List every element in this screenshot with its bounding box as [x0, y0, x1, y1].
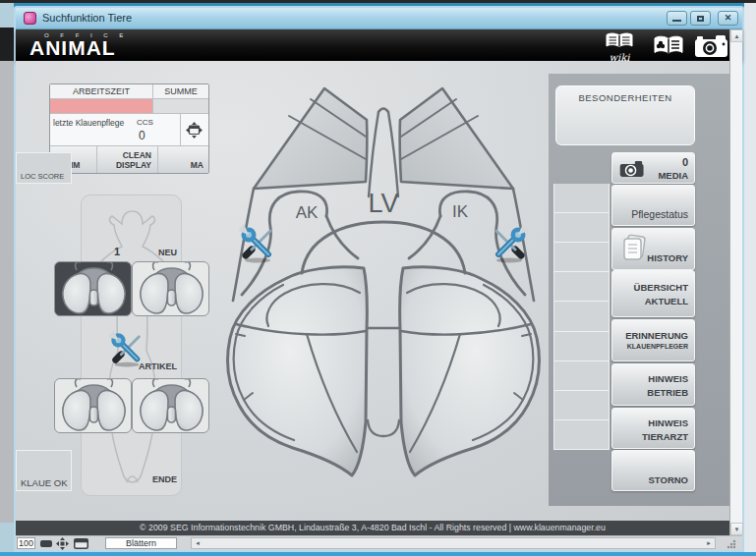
loc-score-cell[interactable]: LOC SCORE [16, 152, 72, 184]
copyright-bar: © 2009 SEG Informationstechnik GMBH, Lin… [16, 521, 729, 535]
score-cell[interactable] [553, 272, 610, 302]
hoof-pair-icon [133, 379, 209, 433]
score-cell[interactable] [553, 243, 610, 272]
animal-number: 1 [114, 246, 120, 257]
window-title: Suchfunktion Tiere [42, 12, 132, 24]
summe-value-bar [153, 99, 208, 114]
artikel-label[interactable]: ARTIKEL [118, 361, 177, 371]
letzte-klauenpflege-label: letzte Klauenpflege [53, 118, 124, 128]
maximize-icon [697, 16, 704, 22]
app-window: Suchfunktion Tiere ✕ O F F I C E ANIMAL … [14, 6, 744, 552]
scroll-down-icon[interactable]: ▼ [730, 523, 743, 535]
score-cell[interactable] [553, 302, 610, 331]
hinweis-betrieb-button[interactable]: HINWEIS BETRIEB [611, 363, 695, 406]
score-cell[interactable] [553, 332, 610, 361]
clean-display-button[interactable]: CLEANDISPLAY [97, 146, 158, 173]
erinnerung-klauenpfleger-button[interactable]: ERINNERUNG KLAUENPFLEGER [611, 319, 695, 361]
uebersicht-aktuell-button[interactable]: ÜBERSICHT AKTUELL [611, 270, 695, 317]
logo-animal-text: ANIMAL [29, 38, 128, 57]
app-header: O F F I C E ANIMAL wiki [16, 29, 742, 61]
background-window-body-edge [0, 61, 14, 523]
ende-label[interactable]: ENDE [138, 474, 177, 484]
worktime-panel: ARBEITSZEIT SUMME letzte Klauenpflege CC… [49, 83, 209, 174]
close-button[interactable]: ✕ [718, 11, 738, 26]
hoof-zone-diagram[interactable]: AK LV IK [224, 81, 549, 503]
content-area: ARBEITSZEIT SUMME letzte Klauenpflege CC… [16, 61, 729, 521]
klaue-ok-button[interactable]: KLAUE OK [16, 450, 72, 491]
media-button[interactable]: 0 MEDIA [611, 152, 695, 184]
scroll-up-icon[interactable]: ▲ [730, 29, 743, 42]
camera-icon [694, 34, 729, 58]
score-cell[interactable] [553, 361, 610, 391]
score-cell[interactable] [553, 420, 610, 450]
scroll-left-icon[interactable]: ◂ [192, 538, 204, 548]
camera-icon [619, 160, 645, 178]
mode-selector[interactable]: Blättern [105, 537, 177, 549]
hoof-button-rear-left[interactable] [54, 378, 132, 433]
hoof-button-front-right[interactable] [132, 261, 209, 316]
hoof-pair-icon [55, 379, 132, 433]
copyright-text: © 2009 SEG Informationstechnik GMBH, Lin… [140, 523, 606, 532]
storno-button[interactable]: STORNO [611, 450, 695, 491]
horizontal-scrollbar[interactable]: ◂ ▸ [191, 537, 716, 549]
hoof-button-front-selected[interactable] [54, 261, 132, 316]
background-window-header-edge [0, 28, 14, 61]
klauenpflege-cell: letzte Klauenpflege CCS 0 [50, 114, 181, 146]
hoof-pair-icon [55, 262, 132, 316]
status-area-toggle-icon[interactable] [74, 538, 88, 549]
parent-window-right-edge [744, 3, 756, 552]
minimize-button[interactable] [667, 11, 687, 26]
besonderheiten-field[interactable]: BESONDERHEITEN [555, 85, 695, 145]
zone-label-lv: LV [368, 189, 398, 218]
minimize-icon [672, 20, 681, 22]
maximize-button[interactable] [690, 11, 711, 26]
wiki-book-icon [605, 32, 634, 49]
hoof-pair-icon [133, 262, 209, 316]
close-icon: ✕ [719, 13, 737, 23]
pflegestatus-button[interactable]: Pflegestatus [611, 185, 695, 226]
handbook-button[interactable] [653, 35, 684, 60]
zoom-out-icon[interactable] [40, 540, 52, 547]
move-display-icon [186, 122, 203, 139]
photo-button[interactable] [694, 34, 729, 62]
ccs-label: CCS [137, 118, 153, 127]
scroll-right-icon[interactable]: ▸ [703, 538, 715, 548]
titlebar[interactable]: Suchfunktion Tiere ✕ [16, 8, 742, 29]
score-cell[interactable] [553, 391, 610, 420]
wiki-button[interactable]: wiki [603, 32, 636, 62]
score-cell[interactable] [553, 213, 610, 243]
ccs-value: 0 [139, 129, 145, 142]
history-button[interactable]: HISTORY [611, 228, 695, 270]
vertical-scrollbar[interactable]: ▲ ▼ [729, 29, 742, 535]
worktime-col-summe: SUMME [153, 84, 208, 99]
worktime-value-bar [50, 99, 153, 114]
zoom-level-box[interactable]: 100 [17, 537, 35, 549]
resize-grip[interactable] [726, 538, 737, 550]
worktime-col-arbeitszeit: ARBEITSZEIT [50, 84, 153, 99]
hoof-button-rear-right[interactable] [132, 378, 209, 433]
media-count: 0 [682, 156, 688, 168]
neu-label[interactable]: NEU [138, 248, 177, 257]
score-cells [553, 184, 610, 450]
nav-cell[interactable] [181, 114, 208, 146]
zoom-in-icon[interactable] [56, 537, 69, 550]
hinweis-tierarzt-button[interactable]: HINWEIS TIERARZT [611, 408, 695, 449]
status-bar: 100 Blättern ◂ ▸ [16, 535, 742, 550]
parent-window-bottom-edge [0, 552, 756, 556]
handbook-icon [653, 35, 684, 56]
ma-button[interactable]: MA [158, 146, 208, 173]
app-logo: O F F I C E ANIMAL [29, 32, 128, 57]
zone-label-ik: IK [452, 202, 469, 221]
history-documents-icon [620, 234, 650, 263]
background-window-edge [0, 3, 14, 552]
app-icon [24, 12, 36, 25]
zone-label-ak: AK [296, 203, 319, 222]
score-cell[interactable] [553, 184, 610, 213]
desktop-top-strip [0, 0, 756, 3]
